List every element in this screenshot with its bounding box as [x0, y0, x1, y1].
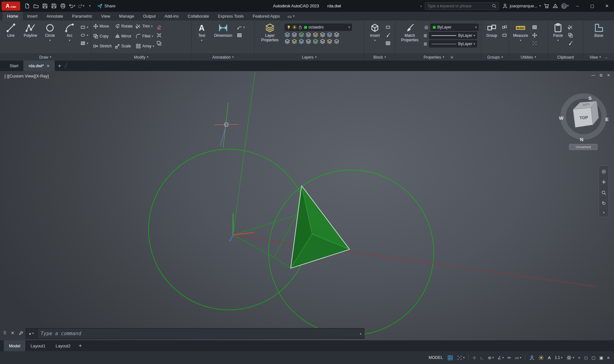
- new-layout-button[interactable]: +: [76, 343, 85, 349]
- selection-cycling-toggle[interactable]: ▭▾: [515, 355, 521, 360]
- tab-express-tools[interactable]: Express Tools: [214, 12, 248, 20]
- orbit-icon[interactable]: ↻: [602, 200, 606, 206]
- window-maximize-button[interactable]: ▢: [586, 0, 598, 12]
- layer-tool-icon[interactable]: [285, 32, 290, 37]
- layout-tab-layout1[interactable]: Layout1: [25, 340, 50, 351]
- leader-button[interactable]: ▾: [236, 24, 246, 30]
- viewport-minimize-icon[interactable]: —: [591, 73, 595, 77]
- file-tab-document[interactable]: rda.dwt* ✕: [23, 61, 55, 71]
- command-close-icon[interactable]: ✕: [11, 330, 14, 336]
- layer-tool-icon[interactable]: [320, 39, 325, 44]
- account-menu[interactable]: joaopmarque... ▾: [502, 3, 541, 9]
- layer-tool-icon[interactable]: [306, 39, 311, 44]
- id-point-button[interactable]: [531, 32, 538, 38]
- tab-annotate[interactable]: Annotate: [42, 12, 68, 20]
- save-button[interactable]: [41, 2, 49, 10]
- viewcube-north[interactable]: N: [580, 137, 584, 142]
- table-button[interactable]: [236, 32, 246, 38]
- app-store-button[interactable]: [544, 3, 549, 9]
- command-customize-wrench-icon[interactable]: [19, 331, 23, 336]
- window-minimize-button[interactable]: –: [572, 0, 583, 12]
- x-axis-ray[interactable]: [233, 235, 596, 287]
- qat-customize-button[interactable]: ▾: [85, 2, 94, 10]
- panel-label-draw[interactable]: Draw▾: [0, 53, 91, 61]
- panel-label-groups[interactable]: Groups▾: [481, 53, 509, 61]
- layer-tool-icon[interactable]: [327, 39, 332, 44]
- window-close-button[interactable]: ✕: [601, 0, 613, 12]
- tab-add-ins[interactable]: Add-ins: [160, 12, 183, 20]
- panel-label-properties[interactable]: Properties▾⇲: [395, 53, 481, 61]
- pan-icon[interactable]: ✛: [602, 179, 606, 185]
- rotate-button[interactable]: Rotate: [114, 23, 133, 29]
- line-button[interactable]: Line: [2, 22, 20, 53]
- fillet-button[interactable]: Fillet▾: [135, 33, 155, 39]
- scale-button[interactable]: Scale: [114, 43, 133, 49]
- arc-button[interactable]: Arc▾: [60, 22, 79, 53]
- isolate-objects-button[interactable]: ◻: [584, 355, 588, 360]
- panel-label-layers[interactable]: Layers▾: [254, 53, 364, 61]
- octahedron-wireframe[interactable]: [233, 186, 302, 268]
- viewport-controls[interactable]: [-][Custom View][X-Ray]: [4, 74, 49, 78]
- zoom-icon[interactable]: [601, 190, 606, 195]
- layer-tool-icon[interactable]: [313, 32, 318, 37]
- layer-tool-icon[interactable]: [306, 32, 311, 37]
- viewport-restore-icon[interactable]: ⧉: [600, 73, 602, 77]
- snap-mode-toggle[interactable]: ▾: [457, 355, 465, 360]
- copy-button[interactable]: Copy: [93, 33, 112, 39]
- paste-special-button[interactable]: [567, 40, 574, 46]
- insert-button[interactable]: Insert▾: [366, 22, 384, 53]
- text-button[interactable]: A Text▾: [193, 22, 210, 53]
- object-color-dropdown[interactable]: ByLayer ▾: [431, 24, 479, 31]
- ribbon-display-toggle[interactable]: ▭▾: [284, 12, 298, 20]
- circle-button[interactable]: Circle▾: [41, 22, 59, 53]
- move-button[interactable]: Move: [93, 23, 112, 29]
- tab-view[interactable]: View: [97, 12, 115, 20]
- layer-tool-icon[interactable]: [299, 39, 304, 44]
- viewcube-south[interactable]: S: [588, 95, 592, 101]
- tab-parametric[interactable]: Parametric: [68, 12, 97, 20]
- quick-calc-button[interactable]: [531, 24, 538, 30]
- object-snap-toggle[interactable]: ⊚▾: [488, 355, 494, 360]
- layer-tool-icon[interactable]: [285, 39, 290, 44]
- properties-dialog-launcher-icon[interactable]: ⇲: [450, 55, 453, 59]
- annotation-visibility-toggle[interactable]: [529, 355, 535, 360]
- viewport-close-icon[interactable]: ✕: [607, 73, 610, 77]
- navigation-wheel-icon[interactable]: ◎: [602, 168, 606, 174]
- cut-button[interactable]: [567, 24, 574, 30]
- help-button[interactable]: ?▾: [561, 3, 569, 9]
- tab-manage[interactable]: Manage: [115, 12, 139, 20]
- panel-label-view[interactable]: View▾⌄: [583, 53, 614, 61]
- layer-tool-icon[interactable]: [320, 32, 325, 37]
- command-options-button[interactable]: ▸▾: [26, 328, 37, 338]
- command-input[interactable]: Type a command: [37, 331, 360, 336]
- polar-tracking-toggle[interactable]: ∠▾: [497, 355, 504, 360]
- ribbon-collapse-icon[interactable]: ⌄: [605, 55, 608, 59]
- drawing-viewport[interactable]: S W E N BACK TOP Unnamed [-][Custom View…: [0, 71, 614, 340]
- lineweight-toggle[interactable]: ✏: [508, 355, 511, 360]
- tab-insert[interactable]: Insert: [23, 12, 42, 20]
- open-file-button[interactable]: [32, 2, 40, 10]
- tab-featured-apps[interactable]: Featured Apps: [248, 12, 284, 20]
- dimension-button[interactable]: Dimension: [211, 22, 235, 53]
- command-line[interactable]: ▸▾ Type a command ▴: [26, 328, 364, 339]
- annotation-autoscale-toggle[interactable]: [538, 355, 544, 360]
- measure-button[interactable]: Measure▾: [511, 22, 530, 53]
- command-grip-icon[interactable]: ⠿: [3, 330, 6, 336]
- match-properties-button[interactable]: Match Properties: [397, 22, 423, 53]
- ellipse-button[interactable]: ▾: [80, 32, 89, 38]
- layer-tool-icon[interactable]: [334, 39, 339, 44]
- plot-button[interactable]: [59, 2, 67, 10]
- layer-tool-icon[interactable]: [292, 32, 297, 37]
- redo-button[interactable]: ▾: [77, 2, 85, 10]
- layer-tool-icon[interactable]: [327, 32, 332, 37]
- panel-label-modify[interactable]: Modify▾: [91, 53, 191, 61]
- offset-button[interactable]: [156, 40, 162, 46]
- create-block-button[interactable]: [385, 24, 391, 30]
- circle-entity-left[interactable]: [149, 149, 309, 310]
- panel-label-utilities[interactable]: Utilities▾: [509, 53, 548, 61]
- annotation-scale-button[interactable]: A: [548, 355, 551, 360]
- ungroup-button[interactable]: [501, 24, 508, 30]
- hatch-button[interactable]: ▾: [80, 40, 89, 46]
- scale-selector[interactable]: 1:1▾: [555, 355, 562, 360]
- panel-label-block[interactable]: Block▾: [364, 53, 395, 61]
